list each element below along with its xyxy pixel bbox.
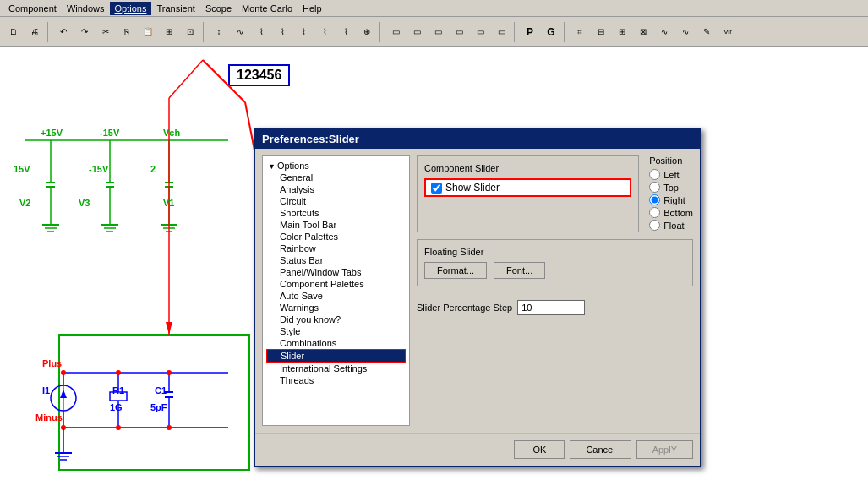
tb-btn5[interactable]: ⌇ <box>251 22 271 42</box>
tb-btn1[interactable]: ⊞ <box>159 22 179 42</box>
menu-scope[interactable]: Scope <box>200 2 237 15</box>
label-c1: C1 <box>155 385 167 396</box>
tb-open[interactable]: 🖨 <box>25 22 45 42</box>
tb-btn19[interactable]: ⊞ <box>612 22 632 42</box>
dialog-title-text: Preferences:Slider <box>262 133 359 145</box>
tree-didyouknow[interactable]: Did you know? <box>266 314 406 325</box>
tb-btn17[interactable]: ⌗ <box>570 22 590 42</box>
tb-btn15[interactable]: ▭ <box>470 22 490 42</box>
right-panel: Component Slider Show Slider Position Le… <box>417 155 693 426</box>
tree-colorpalettes[interactable]: Color Palettes <box>266 231 406 243</box>
tb-btn20[interactable]: ⊠ <box>633 22 653 42</box>
tb-btn11[interactable]: ▭ <box>385 22 406 42</box>
format-button[interactable]: Format... <box>424 262 487 279</box>
tb-cut[interactable]: ✂ <box>96 22 116 42</box>
tb-copy[interactable]: ⎘ <box>117 22 137 42</box>
tree-style[interactable]: Style <box>266 325 406 337</box>
svg-point-43 <box>61 370 66 375</box>
label-v1: V1 <box>163 198 174 208</box>
position-top-label: Top <box>663 183 679 193</box>
position-top-radio[interactable] <box>649 182 660 193</box>
tb-paste[interactable]: 📋 <box>138 22 158 42</box>
tb-redo[interactable]: ↷ <box>74 22 95 42</box>
menu-component[interactable]: Component <box>3 2 62 15</box>
tree-combinations[interactable]: Combinations <box>266 337 406 349</box>
tb-btn8[interactable]: ⌇ <box>314 22 335 42</box>
tb-btn4[interactable]: ∿ <box>230 22 250 42</box>
label-r1: R1 <box>112 385 124 396</box>
tb-btn21[interactable]: ∿ <box>654 22 674 42</box>
tb-btn10[interactable]: ⊕ <box>357 22 377 42</box>
label-i1: I1 <box>42 385 50 396</box>
label-vch: Vch <box>163 128 180 138</box>
tb-btn2[interactable]: ⊡ <box>180 22 200 42</box>
menu-transient[interactable]: Transient <box>151 2 199 15</box>
tree-threads[interactable]: Threads <box>266 374 406 386</box>
tb-new[interactable]: 🗋 <box>3 22 24 42</box>
cancel-button[interactable]: Cancel <box>570 440 631 459</box>
position-bottom-row: Bottom <box>649 207 693 218</box>
dialog-title: Preferences:Slider <box>255 129 700 149</box>
tree-circuit[interactable]: Circuit <box>266 195 406 207</box>
tree-autosave[interactable]: Auto Save <box>266 290 406 302</box>
label-minus: Minus <box>35 412 63 423</box>
tree-panelwindowtabs[interactable]: Panel/Window Tabs <box>266 266 406 278</box>
tree-analysis[interactable]: Analysis <box>266 183 406 195</box>
label-1g: 1G <box>110 402 123 412</box>
tree-warnings[interactable]: Warnings <box>266 302 406 314</box>
label-n15v: -15V <box>89 164 108 174</box>
tb-btn18[interactable]: ⊟ <box>591 22 611 42</box>
menu-windows[interactable]: Windows <box>62 2 110 15</box>
tb-btn9[interactable]: ⌇ <box>336 22 356 42</box>
label-5pf: 5pF <box>150 402 167 412</box>
label-v2: V2 <box>19 198 30 208</box>
apply-button[interactable]: ApplY <box>636 440 693 459</box>
number-box: 123456 <box>228 64 290 86</box>
tree-rainbow[interactable]: Rainbow <box>266 243 406 254</box>
tb-btn3[interactable]: ↕ <box>209 22 229 42</box>
tree-componentpalettes[interactable]: Component Palettes <box>266 278 406 290</box>
tb-undo[interactable]: ↶ <box>53 22 74 42</box>
tree-internationalsettings[interactable]: International Settings <box>266 363 406 374</box>
floating-slider-section: Floating Slider Format... Font... <box>417 239 693 286</box>
menu-montecarlo[interactable]: Monte Carlo <box>237 2 298 15</box>
ok-button[interactable]: OK <box>514 440 565 459</box>
menu-options[interactable]: Options <box>110 2 152 15</box>
position-top-row: Top <box>649 182 693 193</box>
tree-general[interactable]: General <box>266 172 406 183</box>
show-slider-checkbox[interactable] <box>431 183 442 194</box>
top-sections: Component Slider Show Slider Position Le… <box>417 155 693 232</box>
slider-percentage-input[interactable] <box>517 300 585 315</box>
tree-slider[interactable]: Slider <box>266 349 406 363</box>
label-plus: Plus <box>42 358 62 368</box>
tb-btn24[interactable]: Vir <box>718 22 738 42</box>
tree-maintoolbar[interactable]: Main Tool Bar <box>266 219 406 231</box>
tree-statusbar[interactable]: Status Bar <box>266 254 406 266</box>
tree-arrow-options: ▼ <box>268 162 276 171</box>
position-left-label: Left <box>663 170 679 180</box>
floating-slider-title: Floating Slider <box>424 247 685 257</box>
position-right-radio[interactable] <box>649 194 660 205</box>
tb-G[interactable]: G <box>541 22 561 42</box>
position-float-row: Float <box>649 220 693 231</box>
tb-btn14[interactable]: ▭ <box>449 22 469 42</box>
tb-btn12[interactable]: ▭ <box>407 22 427 42</box>
position-float-label: Float <box>663 221 684 231</box>
font-button[interactable]: Font... <box>494 262 545 279</box>
tb-btn22[interactable]: ∿ <box>675 22 696 42</box>
position-left-radio[interactable] <box>649 169 660 180</box>
tb-btn23[interactable]: ✎ <box>696 22 717 42</box>
menu-bar: Component Windows Options Transient Scop… <box>0 0 868 17</box>
tb-btn16[interactable]: ▭ <box>491 22 511 42</box>
svg-point-45 <box>167 425 172 430</box>
position-right-label: Right <box>663 195 685 205</box>
menu-help[interactable]: Help <box>298 2 327 15</box>
tb-btn7[interactable]: ⌇ <box>293 22 314 42</box>
position-float-radio[interactable] <box>649 220 660 231</box>
tree-shortcuts[interactable]: Shortcuts <box>266 207 406 219</box>
tree-options[interactable]: ▼Options <box>266 160 406 172</box>
tb-btn6[interactable]: ⌇ <box>272 22 292 42</box>
tb-btn13[interactable]: ▭ <box>428 22 448 42</box>
tb-P[interactable]: P <box>520 22 540 42</box>
position-bottom-radio[interactable] <box>649 207 660 218</box>
